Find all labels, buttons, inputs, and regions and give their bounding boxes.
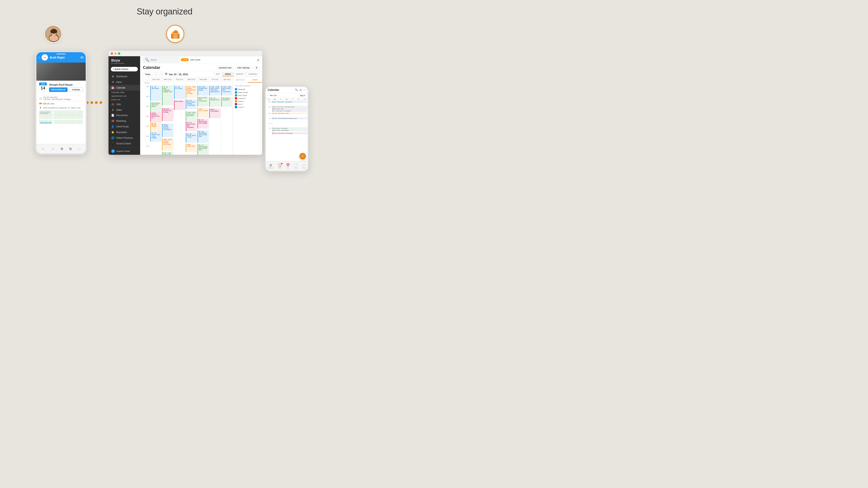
pr-event-2[interactable]: 9:30 - Aaron Smith - Tear-Off & Repair xyxy=(273,106,307,108)
pr-next-btn[interactable]: › xyxy=(269,94,270,96)
event-fri-1[interactable]: 1:30p - 2:30p Aaron Smith - Tear-Off & R… xyxy=(209,86,220,96)
nav-back-icon[interactable]: ← xyxy=(41,147,45,151)
event-thu-6[interactable]: 6p + 7p Mike Douglas Built-Up Flat Roof xyxy=(197,144,209,155)
event-wed-6[interactable]: 0:30p Small - Roof xyxy=(186,143,197,152)
sidebar-item-social-content[interactable]: 📱 Social Content xyxy=(108,141,140,147)
sidebar-item-online-presence[interactable]: 🌐 Online Presence xyxy=(108,135,140,141)
maximize-button[interactable] xyxy=(118,53,120,55)
close-button[interactable] xyxy=(111,53,113,55)
reschedule-button[interactable]: RESCHEDULE xyxy=(49,88,68,92)
calendar-settings-button[interactable]: ⚙ xyxy=(254,66,259,70)
sidebar-item-appointment-list[interactable]: Appointment List xyxy=(108,94,140,98)
event-mon-3[interactable]: Natalie Christie - Existing Construction xyxy=(162,124,173,137)
pr-event-6[interactable]: 1:30p - Stormy/Wind/Hail Damage Repairs xyxy=(273,118,307,119)
svg-point-4 xyxy=(51,29,57,34)
event-wed-5[interactable]: 1p - 6p Amber Jarrett - Storm xyxy=(186,133,197,142)
quick-actions-button[interactable]: + Quick Actions xyxy=(111,67,138,71)
edit-calendar-button[interactable]: Edit Calendar xyxy=(235,66,252,70)
pr-event-1[interactable]: 9:30 - Aaron Smith - Leak Barriers xyxy=(273,101,307,103)
event-thu-2[interactable]: Aaron Smith - New Construction xyxy=(197,96,209,106)
tab-agenda[interactable]: AGENDA xyxy=(246,72,259,76)
event-thu-3[interactable]: 3:30p Sue - Needed xyxy=(197,108,209,118)
tab-week[interactable]: WEEK xyxy=(222,72,234,76)
event-mon-5[interactable]: 4:30 - 7:30p Mike Smith - Skylight Leaks xyxy=(162,152,173,155)
map-link[interactable]: View larger map xyxy=(40,122,51,123)
event-thu-5[interactable]: 5p + 6p Jill Whitaker Built-Up Flat Roof xyxy=(197,130,209,143)
event-sun-5[interactable]: 1p - 6p Amber Jones - New Skylight xyxy=(150,132,161,142)
print-icon[interactable]: 🖨 xyxy=(257,58,259,61)
pr-nav-docs[interactable]: 📄 Docs xyxy=(294,163,298,168)
sidebar-item-inbox[interactable]: ✉ Inbox xyxy=(108,79,140,85)
event-sun-3[interactable]: Jordan Bertrand - Double Lock Ro... xyxy=(150,112,161,122)
event-wed-2[interactable]: 2p - 3p Kevin Parker - Existing Construc… xyxy=(186,99,197,109)
event-fri-3[interactable]: Aaron - Consultation xyxy=(209,108,220,118)
event-sat-2[interactable]: John Stone - Installation xyxy=(221,97,232,107)
pr-prev-btn[interactable]: ‹ xyxy=(267,94,268,96)
pr-event-7[interactable]: John Stone - Roof Repair xyxy=(273,127,307,129)
event-sun-1[interactable]: 1p - 4p John Smith xyxy=(150,86,161,101)
sidebar-item-documents[interactable]: 📄 Documents xyxy=(108,112,140,118)
next-week-button[interactable]: › xyxy=(159,72,163,76)
support-center-button[interactable]: ? Support Center xyxy=(111,149,137,153)
prev-week-button[interactable]: ‹ xyxy=(154,72,158,76)
event-wed-1[interactable]: 1:30p - 2:30p George Michael Roof - Hail… xyxy=(186,86,197,98)
map-area[interactable]: American AirlinesDFW Hangars View larger… xyxy=(39,110,83,124)
sidebar-item-calendar-view[interactable]: Calendar View xyxy=(108,91,140,94)
phone-right-search-icon[interactable]: 🔍 xyxy=(295,88,298,92)
pr-event-3[interactable]: John Stone - Busy xyxy=(273,108,307,110)
event-thu-1[interactable]: Ole Cross - Shingle Roof Repair xyxy=(197,86,209,96)
sidebar-support[interactable]: ? Support Center xyxy=(108,147,140,155)
event-fri-2[interactable]: 2p - 3p Michael Rous xyxy=(209,97,220,107)
today-button[interactable]: Today xyxy=(143,72,152,76)
phone-right-more-icon[interactable]: ⋯ xyxy=(303,88,306,92)
event-tue-1[interactable]: 1p - 3p Go - Remy xyxy=(174,86,185,99)
sidebar-item-jobs[interactable]: 💼 Jobs xyxy=(108,101,140,107)
nav-bookmark-icon[interactable]: ⧉ xyxy=(69,147,72,151)
staff-name-4: Diana L. xyxy=(238,100,245,102)
event-thu-4[interactable]: 4p - 4p Aaron Smith - New Skylight xyxy=(197,119,209,129)
sidebar-item-event-list[interactable]: Event List xyxy=(108,98,140,101)
pr-event-4[interactable]: 11 - Aaron Smith - Consultation xyxy=(273,110,307,112)
pr-nav-cal[interactable]: 📅 Cal xyxy=(286,163,290,168)
nav-more-icon[interactable]: ··· xyxy=(78,147,81,151)
sidebar-item-sales[interactable]: $ Sales xyxy=(108,107,140,112)
event-sun-2[interactable]: Adam Brown Tear-Off & Repair xyxy=(150,102,161,112)
event-mon-1[interactable]: 1p - 3p Mary Carpenter - Skylight Leak xyxy=(162,86,173,105)
search-input[interactable] xyxy=(150,59,178,61)
tab-month[interactable]: MONTH xyxy=(234,72,246,76)
event-wed-3[interactable]: 3:30p - 4:30p Jenna Doe - Roof Deck xyxy=(186,111,197,121)
pr-nav-more[interactable]: ⋯ More xyxy=(302,163,305,168)
show-all-checkbox[interactable] xyxy=(235,88,237,90)
sidebar-item-reputation[interactable]: ⭐ Reputation xyxy=(108,129,140,135)
event-sun-4[interactable]: 4p - 4p Billings - Skylight xyxy=(150,122,161,132)
event-wed-4[interactable]: 4p - 6p Aaron Smith - Attic Ventilation xyxy=(186,121,197,131)
pr-nav-jobs[interactable]: 📋 Jobs xyxy=(278,163,282,168)
nav-add-icon[interactable]: ⊕ xyxy=(60,147,63,151)
back-icon[interactable]: ‹ xyxy=(39,55,40,59)
event-sat-1[interactable]: 1:30p - 2:30p Aaron Smith - New Construc… xyxy=(221,86,232,96)
sidebar-item-marketing[interactable]: 📣 Marketing xyxy=(108,118,140,124)
message-icon[interactable]: ✉ xyxy=(81,55,84,60)
fab-add-button[interactable]: + xyxy=(300,153,306,159)
tab-services[interactable]: SERVICES xyxy=(233,77,248,83)
event-mon-2[interactable]: Dan Rich - Double Lock Roofing xyxy=(162,108,173,121)
sidebar-item-client-portal[interactable]: 👤 Client Portal xyxy=(108,124,140,129)
nav-forward-icon[interactable]: → xyxy=(51,147,55,151)
sidebar-item-calendar[interactable]: 📅 Calendar xyxy=(108,85,140,91)
tab-staff[interactable]: STAFF xyxy=(248,77,262,83)
help-badge[interactable]: ? Help xyxy=(181,58,189,61)
pr-event-8[interactable]: Aaron Smith - Hail Damage xyxy=(273,129,307,131)
cancel-button[interactable]: CANCEL xyxy=(69,88,83,92)
sidebar-item-dashboard[interactable]: ⊞ Dashboard xyxy=(108,74,140,79)
event-tue-2[interactable]: Roof Siding xyxy=(174,100,185,110)
schedule-new-button[interactable]: Schedule New xyxy=(216,66,234,70)
pr-event-9[interactable]: 2:15a - Aaron Smith - Hail Damage xyxy=(273,132,307,134)
pr-view-select[interactable]: Day ▾ xyxy=(299,94,306,97)
pr-nav-dashboard[interactable]: ⊞ Dashboard xyxy=(268,163,274,168)
event-mon-4[interactable]: 5:30p - 6:05p Vanessa Paradis - Roof Sid… xyxy=(162,138,173,151)
phone-right-filter-icon[interactable]: ⊟ xyxy=(300,88,302,92)
search-wrapper[interactable]: 🔍 xyxy=(143,57,180,63)
tab-day[interactable]: DAY xyxy=(213,72,222,76)
pr-event-5[interactable]: 12:30 - Aaron Smith - Storm xyxy=(273,112,307,114)
minimize-button[interactable] xyxy=(114,53,117,55)
